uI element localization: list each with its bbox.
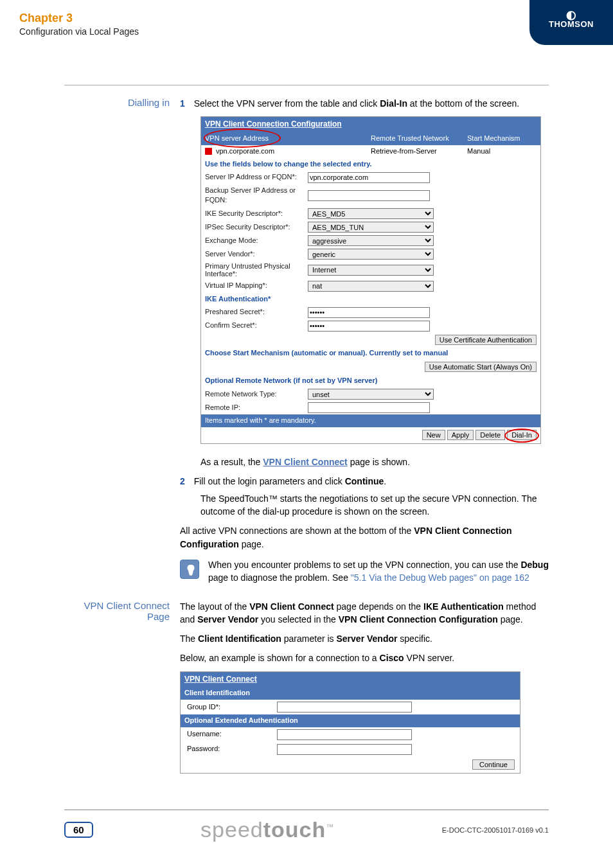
row-exchange: Exchange Mode: aggressive xyxy=(201,234,540,247)
step-1: 1 Select the VPN server from the table a… xyxy=(180,97,549,110)
step-2-text-c: . xyxy=(384,476,386,486)
row-auto-btn: Use Automatic Start (Always On) xyxy=(201,360,540,375)
row-ike-desc: IKE Security Descriptor*: AES_MD5 xyxy=(201,207,540,220)
btn-use-certificate[interactable]: Use Certificate Authentication xyxy=(435,335,537,345)
select-exchange[interactable]: aggressive xyxy=(308,235,434,246)
lbl-remote-type: Remote Network Type: xyxy=(205,389,308,400)
footer-rule xyxy=(64,810,549,810)
lbl-remote-ip: Remote IP: xyxy=(205,403,308,413)
input-server-ip[interactable] xyxy=(308,172,430,183)
ss2-client-id-header: Client Identification xyxy=(181,687,520,700)
btn-new[interactable]: New xyxy=(422,430,445,440)
select-ipsec-desc[interactable]: AES_MD5_TUN xyxy=(308,222,434,233)
lbl-ike-desc: IKE Security Descriptor*: xyxy=(205,209,308,219)
ss1-mandatory-note: Items marked with * are mandatory. xyxy=(201,414,540,427)
lbl-password: Password: xyxy=(187,744,277,754)
step-2-text-a: Fill out the login parameters and click xyxy=(194,476,345,486)
ss1-use-fields: Use the fields below to change the selec… xyxy=(201,158,540,171)
input-confirm[interactable] xyxy=(308,321,430,332)
lbl-confirm: Confirm Secret*: xyxy=(205,321,308,331)
lbl-vendor: Server Vendor*: xyxy=(205,249,308,260)
para-active-conn: All active VPN connections are shown at … xyxy=(180,524,549,551)
row-remote-type: Remote Network Type: unset xyxy=(201,387,540,401)
ss2-ext-auth-header: Optional Extended Authentication xyxy=(181,714,520,727)
lightbulb-icon xyxy=(180,560,199,579)
chapter-subtitle: Configuration via Local Pages xyxy=(19,26,594,37)
input-password[interactable] xyxy=(277,744,412,755)
cell-remote: Retrieve-from-Server xyxy=(367,145,463,158)
lbl-group-id: Group ID*: xyxy=(187,702,277,713)
highlight-circle-1 xyxy=(204,128,281,148)
link-debug-pages[interactable]: "5.1 Via the Debug Web pages" on page 16… xyxy=(351,572,529,583)
cell-start: Manual xyxy=(463,145,539,158)
lbl-primary-if: Primary Untrusted Physical Interface*: xyxy=(205,262,308,278)
s2-p2: The Client Identification parameter is S… xyxy=(180,632,549,645)
result-line: As a result, the VPN Client Connect page… xyxy=(200,456,549,468)
chapter-title: Chapter 3 xyxy=(19,12,594,25)
s2-p1: The layout of the VPN Client Connect pag… xyxy=(180,600,549,626)
btn-continue[interactable]: Continue xyxy=(472,759,515,770)
page-number: 60 xyxy=(64,822,93,838)
ss1-button-row: New Apply Delete Dial-In xyxy=(201,427,540,443)
select-primary-if[interactable]: Internet xyxy=(308,265,434,276)
step-2: 2 Fill out the login parameters and clic… xyxy=(180,475,549,488)
page-header: Chapter 3 Configuration via Local Pages … xyxy=(0,0,613,45)
row-cert-btn: Use Certificate Authentication xyxy=(201,333,540,348)
side-label-vpn-connect: VPN Client Connect Page xyxy=(64,600,180,774)
ss1-table-header: VPN server Address Remote Trusted Networ… xyxy=(201,132,540,145)
step-2-number: 2 xyxy=(180,476,185,486)
link-vpn-client-connect[interactable]: VPN Client Connect xyxy=(263,457,347,467)
row-ipsec-desc: IPSec Security Descriptor*: AES_MD5_TUN xyxy=(201,220,540,234)
row-remote-ip: Remote IP: xyxy=(201,401,540,414)
select-vendor[interactable]: generic xyxy=(308,249,434,260)
row-primary-if: Primary Untrusted Physical Interface*: I… xyxy=(201,261,540,279)
btn-use-automatic[interactable]: Use Automatic Start (Always On) xyxy=(425,362,537,372)
row-password: Password: xyxy=(181,742,520,757)
tip-block: When you encounter problems to set up th… xyxy=(180,558,549,585)
lbl-vip: Virtual IP Mapping*: xyxy=(205,281,308,291)
select-ike-desc[interactable]: AES_MD5 xyxy=(308,208,434,219)
input-preshared[interactable] xyxy=(308,307,430,318)
ss1-ike-auth-header: IKE Authentication* xyxy=(201,293,540,306)
th-start: Start Mechanism xyxy=(463,132,539,145)
lbl-preshared: Preshared Secret*: xyxy=(205,307,308,317)
row-server-ip: Server IP Address or FQDN*: xyxy=(201,171,540,184)
step-1-number: 1 xyxy=(180,98,185,109)
select-remote-type[interactable]: unset xyxy=(308,389,434,400)
lbl-server-ip: Server IP Address or FQDN*: xyxy=(205,172,308,182)
highlight-circle-2 xyxy=(504,429,539,443)
step-1-bold: Dial-In xyxy=(380,98,407,109)
logo-icon: ◐ xyxy=(529,10,613,19)
input-username[interactable] xyxy=(277,729,412,740)
btn-apply[interactable]: Apply xyxy=(447,430,474,440)
step-2-p2: The SpeedTouch™ starts the negotiations … xyxy=(200,492,549,518)
stop-icon xyxy=(205,148,212,155)
lbl-backup: Backup Server IP Address or FQDN: xyxy=(205,186,308,206)
speedtouch-logo: speedtouch™ xyxy=(200,817,334,842)
page-footer: 60 speedtouch™ E-DOC-CTC-20051017-0169 v… xyxy=(0,817,613,842)
btn-delete[interactable]: Delete xyxy=(475,430,505,440)
input-group-id[interactable] xyxy=(277,702,412,713)
row-confirm: Confirm Secret*: xyxy=(201,319,540,333)
row-vip: Virtual IP Mapping*: nat xyxy=(201,279,540,293)
logo-text: THOMSON xyxy=(529,19,613,29)
lbl-username: Username: xyxy=(187,729,277,740)
input-remote-ip[interactable] xyxy=(308,402,430,413)
ss1-opt-remote-header: Optional Remote Network (if not set by V… xyxy=(201,375,540,387)
lbl-ipsec-desc: IPSec Security Descriptor*: xyxy=(205,222,308,233)
input-backup[interactable] xyxy=(308,190,430,201)
row-group-id: Group ID*: xyxy=(181,700,520,714)
ss2-title: VPN Client Connect xyxy=(181,672,520,687)
s2-p3: Below, an example is shown for a connect… xyxy=(180,651,549,664)
row-vendor: Server Vendor*: generic xyxy=(201,247,540,261)
step-1-text-c: at the bottom of the screen. xyxy=(407,98,519,109)
ss1-start-mech-header: Choose Start Mechanism (automatic or man… xyxy=(201,347,540,360)
step-1-text-a: Select the VPN server from the table and… xyxy=(194,98,380,109)
step-2-bold: Continue xyxy=(345,476,384,486)
vpn-config-screenshot: VPN Client Connection Configuration VPN … xyxy=(200,116,541,444)
select-vip[interactable]: nat xyxy=(308,281,434,292)
row-backup: Backup Server IP Address or FQDN: xyxy=(201,184,540,208)
row-preshared: Preshared Secret*: xyxy=(201,306,540,319)
thomson-logo: ◐ THOMSON xyxy=(529,0,613,45)
tip-text: When you encounter problems to set up th… xyxy=(208,558,549,585)
